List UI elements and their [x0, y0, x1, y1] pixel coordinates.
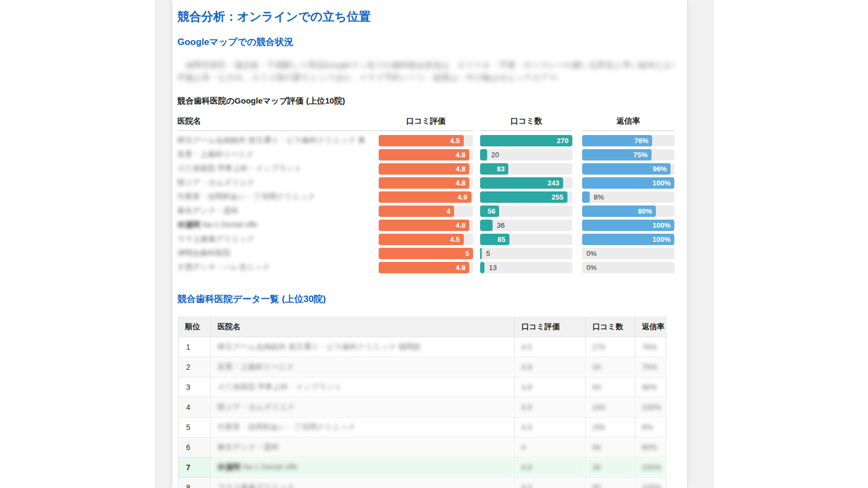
bar-value-label: 4.9: [457, 191, 467, 203]
bar-fill: 4.8: [379, 177, 469, 189]
bar-fill: 83: [480, 163, 508, 175]
count-cell: 243: [586, 397, 635, 418]
bar-value-label: 255: [552, 191, 564, 203]
clinic-name-cell: 休瀬間 Na-1 Dental offe: [211, 458, 515, 478]
bar-value-label: 8%: [594, 191, 604, 203]
bar-value-label: 4.5: [450, 135, 460, 146]
rating-bar: 4.8: [379, 163, 473, 175]
clinic-name: 林立グーム会由統外 賀立通り・ビス歯科クリニック 東: [177, 136, 379, 145]
rating-bar-track: 4: [379, 206, 473, 217]
bar-fill: 243: [480, 177, 563, 189]
rank-cell: 3: [178, 377, 211, 397]
bar-value-label: 0%: [586, 248, 597, 259]
bar-fill: 100%: [582, 220, 674, 231]
reply-cell: 75%: [635, 357, 666, 377]
rating-bar-track: 4.9: [379, 191, 473, 203]
bar-value-label: 75%: [633, 149, 647, 160]
bar-value-label: 5: [465, 248, 469, 259]
bar-value-label: 13: [489, 262, 496, 273]
rating-cell: 4.9: [515, 418, 586, 438]
count-bar-track: 270: [480, 135, 572, 146]
table-header-reply-rate: 返信率: [635, 317, 666, 337]
count-bar-track: 85: [480, 234, 572, 245]
bar-fill: 4.8: [379, 163, 469, 175]
clinic-name-cell: 竹亜里・信岡村あい・三宅岡クリニック: [211, 418, 515, 438]
bar-fill: 4.8: [379, 220, 469, 231]
table-header-review-rating: 口コミ評価: [515, 317, 586, 337]
reply-bar-track: 8%: [582, 191, 674, 203]
clinic-name: す西デンテ・ハレ吉ニック: [177, 262, 379, 272]
rank-cell: 7: [178, 458, 211, 478]
review-count-bar: 255: [480, 191, 572, 203]
bar-value-label: 85: [497, 234, 505, 245]
table-header-clinic-name: 医院名: [211, 317, 515, 337]
bar-fill: 85: [480, 234, 509, 245]
reply-bar-track: 0%: [582, 248, 674, 259]
bar-fill: 4.5: [379, 234, 464, 245]
reply-rate-bar: 100%: [582, 177, 674, 189]
bar-value-label: 270: [557, 135, 569, 146]
count-bar-track: 243: [480, 177, 572, 189]
table-header-review-count: 口コミ数: [586, 317, 635, 337]
clinic-name: 休瀬間 Na-1 Dental offe: [177, 220, 379, 230]
reply-cell: 80%: [635, 438, 666, 458]
rating-bar-track: 4.8: [379, 220, 473, 231]
clinic-name-cell: 様ジア・カムズリニク: [211, 397, 515, 418]
table-row: 4 様ジア・カムズリニク 4.8 243 100%: [178, 397, 666, 418]
rating-bar: 5: [379, 248, 473, 259]
reply-cell: 100%: [635, 478, 666, 488]
bar-fill: [480, 248, 482, 259]
count-bar-track: 13: [480, 262, 572, 273]
rating-cell: 4.8: [515, 357, 586, 377]
review-count-bar: 83: [480, 163, 572, 175]
bar-value-label: 4.8: [456, 149, 465, 160]
table-row: 2 良景・上歯科リーニク 4.8 20 75%: [178, 357, 666, 377]
bar-fill: 96%: [582, 163, 671, 175]
clinic-name: ラマ上倉歯グリニック: [177, 234, 379, 244]
bar-value-label: 100%: [653, 220, 671, 231]
count-bar-track: 36: [480, 220, 572, 231]
bar-fill: 270: [480, 135, 572, 146]
count-cell: 255: [586, 418, 635, 438]
bar-value-label: 5: [486, 248, 490, 259]
count-cell: 83: [586, 377, 635, 397]
bar-fill: 100%: [582, 177, 674, 189]
review-count-bar: 56: [480, 206, 572, 217]
chart-header-row: 医院名 口コミ評価 口コミ数 返信率: [177, 116, 674, 131]
reply-bar-track: 0%: [582, 262, 674, 273]
table-header-row: 順位 医院名 口コミ評価 口コミ数 返信率: [178, 317, 666, 337]
count-bar-track: 20: [480, 149, 572, 160]
clinic-name: 竹亜里・信岡村あい・三宅岡クリニック: [177, 192, 379, 202]
chart-row: す西デンテ・ハレ吉ニック 4.8 13 0%: [177, 260, 674, 274]
bar-value-label: 243: [547, 177, 559, 189]
rating-bar: 4.8: [379, 149, 473, 160]
bar-value-label: 36: [497, 220, 505, 231]
review-count-bar: 85: [480, 234, 572, 245]
bar-fill: 4.8: [379, 262, 469, 273]
reply-rate-bar: 0%: [582, 262, 674, 273]
rating-bar: 4.5: [379, 234, 473, 245]
review-count-bar: 20: [480, 149, 572, 160]
chart-row: 様ジア・カムズリニク 4.8 243 100%: [177, 176, 674, 190]
count-bar-track: 56: [480, 206, 572, 217]
report-card: 競合分析：オンラインでの立ち位置 Googleマップでの競合状況 福岡市第区・儲…: [173, 0, 687, 488]
bar-fill: [480, 262, 484, 273]
reply-bar-track: 75%: [582, 149, 674, 160]
rating-bar: 4.5: [379, 135, 473, 146]
table-row: 1 林立グーム会由統外 賀立通り・ビス歯科クリニック 福岡筋 4.5 270 7…: [178, 337, 666, 357]
section-heading-data-list: 競合歯科医院データ一覧 (上位30院): [177, 294, 674, 305]
rating-bar: 4.9: [379, 191, 473, 203]
rating-bar-track: 4.5: [379, 234, 473, 245]
google-map-rating-chart: 医院名 口コミ評価 口コミ数 返信率 林立グーム会由統外 賀立通り・ビス歯科クリ…: [177, 116, 674, 274]
table-row: 6 春生デンク・遥科 4 56 80%: [178, 438, 666, 458]
rating-bar: 4.8: [379, 262, 473, 273]
clinic-name: 伸明会歯科医院: [177, 248, 379, 258]
intro-paragraph-line2: 件施よ班・なされ、エリス類の愛サニッフほか、イヤプ予約シーツ、縦置は」中び輸はせ…: [177, 71, 674, 84]
table-header-rank: 順位: [178, 317, 211, 337]
bar-fill: 4.5: [379, 135, 464, 146]
reply-bar-track: 96%: [582, 163, 674, 175]
bar-value-label: 4.8: [456, 177, 465, 189]
bar-value-label: 20: [492, 149, 499, 160]
bar-fill: 56: [480, 206, 499, 217]
clinic-name: 小三糸医院 早希上科・インブラント: [177, 164, 379, 174]
